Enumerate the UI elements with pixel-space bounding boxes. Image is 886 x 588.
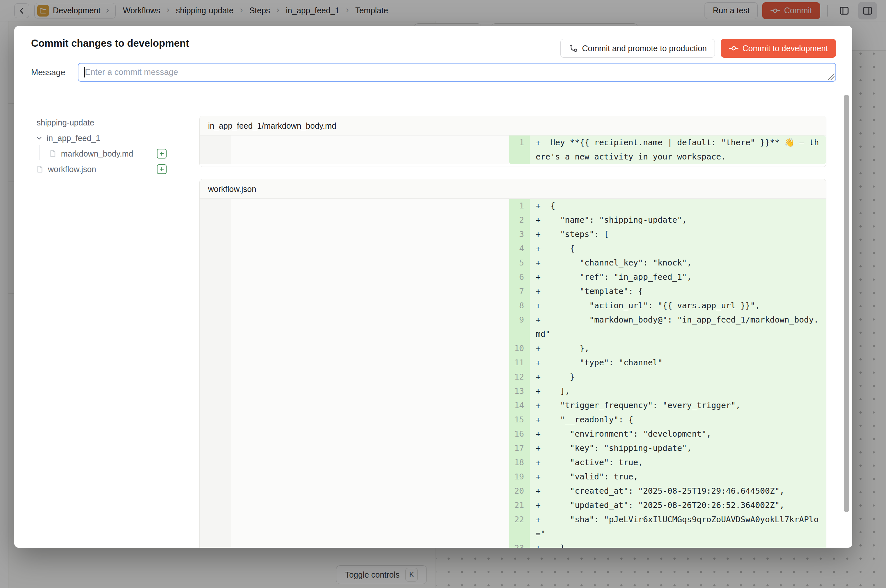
changed-files-tree: shipping-update in_app_feed_1 markdown_b…	[14, 90, 186, 548]
old-code-cell	[231, 541, 509, 548]
old-line-gutter	[199, 213, 231, 227]
commit-to-development-button[interactable]: Commit to development	[721, 39, 836, 58]
diff-line: 19+ "valid": true,	[199, 470, 826, 484]
old-line-gutter	[199, 455, 231, 470]
added-code-cell: + "active": true,	[530, 455, 826, 470]
old-line-gutter	[199, 498, 231, 513]
old-line-gutter	[199, 284, 231, 298]
added-code-cell: + "type": "channel"	[530, 356, 826, 370]
added-code-cell: + ],	[530, 384, 826, 398]
added-file-plus-icon	[157, 164, 166, 174]
old-line-gutter	[199, 484, 231, 498]
old-line-gutter	[199, 541, 231, 548]
old-code-cell	[231, 213, 509, 227]
tree-file-markdown-body[interactable]: markdown_body.md	[14, 146, 186, 161]
new-line-number: 17	[509, 441, 530, 455]
message-label: Message	[31, 68, 66, 78]
added-code-cell: + "action_url": "{{ vars.app_url }}",	[530, 298, 826, 313]
old-line-gutter	[199, 441, 231, 455]
diff-line: 13+ ],	[199, 384, 826, 398]
old-code-cell	[231, 455, 509, 470]
old-code-cell	[231, 498, 509, 513]
new-line-number: 8	[509, 298, 530, 313]
new-line-number: 23	[509, 541, 530, 548]
commit-and-promote-button[interactable]: Commit and promote to production	[560, 39, 715, 58]
modal-body: shipping-update in_app_feed_1 markdown_b…	[14, 90, 852, 548]
diff-line: 20+ "created_at": "2025-08-25T19:29:46.6…	[199, 484, 826, 498]
old-line-gutter	[199, 427, 231, 441]
added-code-cell: + "key": "shipping-update",	[530, 441, 826, 455]
old-code-cell	[231, 341, 509, 356]
text-caret	[84, 67, 85, 78]
added-file-plus-icon	[157, 149, 166, 159]
tree-file-workflow-json[interactable]: workflow.json	[14, 161, 186, 177]
old-code-cell	[231, 313, 509, 341]
diff-line: 23+ }	[199, 541, 826, 548]
diff-line: 16+ "environment": "development",	[199, 427, 826, 441]
added-code-cell: + "steps": [	[530, 227, 826, 242]
diff-line: 14+ "trigger_frequency": "every_trigger"…	[199, 398, 826, 412]
old-line-gutter	[199, 242, 231, 256]
added-code-cell: + "valid": true,	[530, 470, 826, 484]
old-code-cell	[231, 513, 509, 541]
modal-header: Commit changes to development Commit and…	[14, 26, 852, 90]
diff-filename: workflow.json	[199, 179, 826, 199]
modal-actions: Commit and promote to production Commit …	[560, 39, 836, 58]
old-code-cell	[231, 284, 509, 298]
new-line-number: 4	[509, 242, 530, 256]
old-code-cell	[231, 398, 509, 412]
added-code-cell: + "name": "shipping-update",	[530, 213, 826, 227]
added-code-cell: + }	[530, 541, 826, 548]
commit-message-input[interactable]	[78, 63, 836, 82]
diff-line: 22+ "sha": "pJeLVir6xIlUCMGqs9qroZoUAVDS…	[199, 513, 826, 541]
added-code-cell: + {	[530, 242, 826, 256]
added-code-cell: + "markdown_body@": "in_app_feed_1/markd…	[530, 313, 826, 341]
added-code-cell: + Hey **{{ recipient.name | default: "th…	[530, 135, 826, 164]
diff-card-workflow-json: workflow.json 1+ {2+ "name": "shipping-u…	[199, 179, 826, 548]
old-code-cell	[231, 227, 509, 242]
file-icon	[36, 165, 44, 173]
old-code-cell	[231, 370, 509, 384]
old-line-gutter	[199, 227, 231, 242]
new-line-number: 1	[509, 199, 530, 213]
diff-line: 15+ "__readonly": {	[199, 412, 826, 427]
tree-indent-line	[39, 145, 39, 160]
new-line-number: 10	[509, 341, 530, 356]
diff-line: 11+ "type": "channel"	[199, 356, 826, 370]
old-line-gutter	[199, 398, 231, 412]
added-code-cell: + "ref": "in_app_feed_1",	[530, 270, 826, 284]
old-line-gutter	[199, 313, 231, 341]
diff-line: 6+ "ref": "in_app_feed_1",	[199, 270, 826, 284]
diff-line: 12+ }	[199, 370, 826, 384]
old-code-cell	[231, 270, 509, 284]
old-code-cell	[231, 384, 509, 398]
new-line-number: 3	[509, 227, 530, 242]
old-line-gutter	[199, 384, 231, 398]
scrollbar-thumb[interactable]	[844, 94, 849, 512]
old-line-gutter	[199, 470, 231, 484]
old-code-cell	[231, 256, 509, 270]
added-code-cell: + "channel_key": "knock",	[530, 256, 826, 270]
file-name-label: workflow.json	[48, 165, 96, 174]
added-code-cell: + "sha": "pJeLVir6xIlUCMGqs9qroZoUAVDSwA…	[530, 513, 826, 541]
added-code-cell: + {	[530, 199, 826, 213]
added-code-cell: + },	[530, 341, 826, 356]
promote-icon	[568, 44, 578, 53]
old-code-cell	[231, 135, 509, 164]
tree-folder-in-app-feed[interactable]: in_app_feed_1	[14, 130, 186, 146]
new-line-number: 2	[509, 213, 530, 227]
added-code-cell: + "trigger_frequency": "every_trigger",	[530, 398, 826, 412]
textarea-resize-grip[interactable]	[828, 74, 835, 80]
added-code-cell: + "updated_at": "2025-08-26T20:26:52.364…	[530, 498, 826, 513]
diff-line: 5+ "channel_key": "knock",	[199, 256, 826, 270]
diff-card-markdown-body: in_app_feed_1/markdown_body.md 1+ Hey **…	[199, 116, 826, 167]
commit-to-development-label: Commit to development	[742, 44, 828, 53]
new-line-number: 21	[509, 498, 530, 513]
folder-name-label: in_app_feed_1	[46, 134, 100, 143]
old-line-gutter	[199, 370, 231, 384]
added-code-cell: + "created_at": "2025-08-25T19:29:46.644…	[530, 484, 826, 498]
diff-line: 10+ },	[199, 341, 826, 356]
modal-title: Commit changes to development	[31, 38, 189, 49]
commit-modal: Commit changes to development Commit and…	[14, 26, 852, 548]
app-window: Development Workflows›shipping-update›St…	[0, 0, 886, 588]
